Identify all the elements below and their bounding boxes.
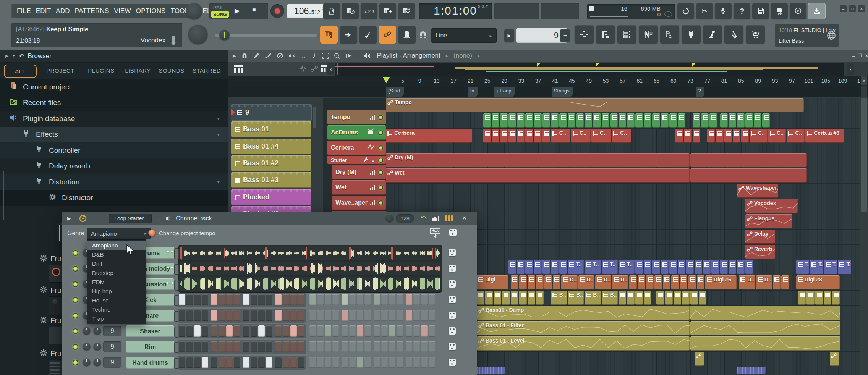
clip-cerbera-row[interactable] (500, 129, 508, 143)
channel-rack-toggle-icon[interactable] (617, 25, 636, 44)
clip-digi-row[interactable] (519, 275, 527, 289)
clip-flangus[interactable]: Flangus (745, 214, 792, 228)
genre-option-dubstep[interactable]: Dubstep (87, 268, 146, 277)
picker-scrollbar[interactable] (313, 107, 316, 128)
slide-notes-icon[interactable] (359, 26, 377, 44)
clip-acdrums-row[interactable] (534, 113, 541, 128)
step-cell-26[interactable] (381, 341, 388, 352)
close-icon[interactable]: ✕ (858, 5, 865, 12)
playlist-minimize-icon[interactable]: – (852, 53, 855, 59)
metronome-button[interactable] (323, 3, 340, 19)
channel-enable-led[interactable] (73, 360, 78, 365)
clip-acdrums-row[interactable] (500, 113, 508, 128)
step-cell-8[interactable] (234, 310, 240, 321)
browser-up-icon[interactable]: ↑ (12, 53, 15, 59)
clip-basspat-row[interactable] (690, 291, 698, 305)
step-cell-26[interactable] (381, 310, 388, 321)
clip-digi-row[interactable] (688, 275, 696, 289)
clip-cerbera-row[interactable] (707, 129, 715, 143)
clip-acdrums-row[interactable] (627, 113, 635, 128)
minimize-icon[interactable]: – (840, 5, 847, 12)
picker-pattern-bass01#3[interactable]: Bass 01 #3 (231, 172, 311, 188)
channel-enable-led[interactable] (73, 297, 78, 303)
step-cell-4[interactable] (202, 357, 208, 368)
clip-acdrums-row[interactable] (635, 113, 643, 128)
step-cell-1[interactable] (179, 310, 185, 321)
clip-digi-row[interactable] (511, 275, 518, 289)
step-cell-6[interactable] (219, 341, 225, 352)
clip-basspat-row[interactable] (519, 291, 527, 305)
step-cell-13[interactable] (275, 341, 282, 352)
channel-dice-icon[interactable] (449, 312, 456, 319)
step-cell-17[interactable] (309, 310, 316, 321)
step-cell-22[interactable] (349, 294, 356, 305)
step-cell-6[interactable] (219, 310, 225, 321)
step-cell-3[interactable] (194, 341, 201, 352)
master-pitch-slider[interactable] (215, 34, 317, 37)
clip-basspat-row[interactable] (536, 291, 544, 305)
step-cell-25[interactable] (374, 341, 380, 352)
step-cell-29[interactable] (406, 325, 412, 337)
clip-basspat-row[interactable] (798, 291, 806, 305)
step-cell-8[interactable] (234, 325, 240, 337)
record-button[interactable] (270, 4, 284, 18)
expand-arrow-icon[interactable]: ▾ (217, 179, 220, 185)
clip-tonal-row[interactable] (669, 260, 677, 274)
step-cell-23[interactable] (357, 341, 363, 352)
zoom-tool-icon[interactable] (334, 53, 340, 59)
rack-dots-icon[interactable]: ⋮ (156, 215, 162, 221)
step-cell-24[interactable] (364, 294, 371, 305)
track-enable-led[interactable] (378, 115, 383, 120)
clip-acdrums-row[interactable] (559, 113, 567, 128)
genre-option-house[interactable]: House (87, 296, 146, 305)
mute-tool-icon[interactable] (288, 53, 295, 59)
track-content-icon[interactable] (370, 170, 375, 175)
clip-digi#8[interactable]: Digi #8 (796, 275, 840, 289)
swing-icon[interactable] (79, 215, 87, 222)
clip-basspat-row[interactable] (644, 291, 651, 305)
clip-d[interactable]: D.. (578, 275, 594, 289)
browser-tab-library[interactable]: LIBRARY (122, 65, 154, 76)
channel-button-rim[interactable]: Rim (126, 341, 174, 353)
clip-tonal-row[interactable] (534, 260, 541, 274)
clip-acdrums-row[interactable] (661, 113, 669, 128)
touch-controller-icon[interactable] (724, 25, 743, 44)
clip-tempo[interactable]: Tempo (386, 98, 804, 112)
clip-acdrums-row[interactable] (593, 113, 601, 128)
clip-tonal-row[interactable] (661, 260, 669, 274)
step-cell-26[interactable] (381, 357, 388, 368)
track-header-waveaper[interactable]: Wave..aper (332, 196, 386, 210)
browser-tab-plugins[interactable]: PLUGINS (85, 65, 118, 76)
track-header-acdrums[interactable]: AcDrums (327, 125, 386, 140)
clip-wet-row[interactable] (690, 168, 807, 183)
maximize-icon[interactable]: □ (849, 5, 856, 12)
clip-c[interactable]: C.. (571, 129, 591, 143)
wrench-icon[interactable]: ▲ (363, 157, 375, 163)
step-cell-10[interactable] (251, 357, 257, 368)
mixer-toggle-icon[interactable] (639, 25, 658, 44)
clip-acdrums-row[interactable] (754, 113, 761, 128)
step-cell-2[interactable] (186, 294, 193, 305)
clip-b[interactable]: B.. (551, 291, 567, 305)
step-cell-15[interactable] (290, 357, 297, 368)
step-cell-3[interactable] (194, 294, 201, 305)
step-cell-11[interactable] (258, 341, 265, 352)
clip-digi-row[interactable] (781, 275, 789, 289)
step-cell-12[interactable] (266, 310, 272, 321)
genre-selector[interactable]: Amapiano▸ (87, 228, 151, 239)
browser-item-current-project[interactable]: Current project (0, 79, 228, 95)
step-cell-20[interactable] (332, 310, 339, 321)
record-audio-icon[interactable] (715, 3, 732, 19)
clip-c[interactable]: C.. (612, 129, 631, 143)
clip-cerbera-row[interactable] (492, 129, 499, 143)
channel-volume-knob[interactable] (93, 358, 101, 366)
clip-tonal-row[interactable] (635, 260, 643, 274)
clip-d[interactable]: D.. (612, 275, 628, 289)
browser-item-distortion[interactable]: Distortion▾ (0, 174, 228, 190)
picker-audio-icon[interactable] (300, 65, 308, 72)
marker-start[interactable]: (Start (386, 87, 404, 97)
track-header-drym[interactable]: Dry (M) (332, 165, 386, 179)
clip-d[interactable]: D.. (561, 275, 577, 289)
clip-acdrums-row[interactable] (576, 113, 584, 128)
step-cell-5[interactable] (211, 357, 217, 368)
